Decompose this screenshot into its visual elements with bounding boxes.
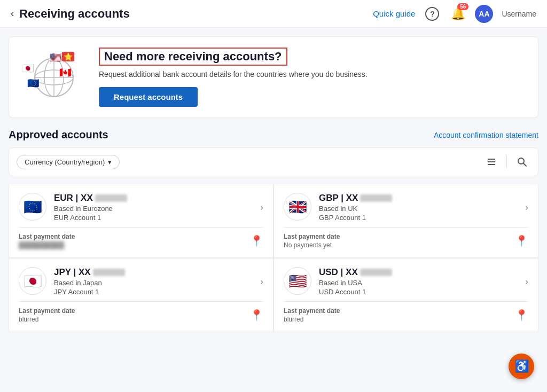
account-top: 🇬🇧 GBP | XX Based in UK GBP Account 1 › [284, 193, 528, 222]
help-button[interactable]: ? [424, 5, 441, 22]
back-button[interactable]: ‹ [11, 8, 14, 19]
flag-jp: 🇯🇵 [22, 62, 34, 74]
notification-badge: 56 [457, 3, 468, 10]
no-payment: blurred [284, 316, 340, 323]
account-region: Based in UK [319, 205, 518, 213]
account-info: USD | XX Based in USA USD Account 1 [319, 267, 518, 296]
banner-heading: Need more receiving accounts? [99, 48, 287, 66]
accessibility-fab[interactable]: ♿ [509, 354, 534, 379]
list-view-button[interactable] [483, 153, 500, 170]
account-blurred-code [95, 194, 127, 202]
header-left: ‹ Receiving accounts [11, 7, 130, 21]
payment-date: ██████████ [19, 241, 75, 249]
banner-content: Need more receiving accounts? Request ad… [99, 48, 368, 107]
account-region: Based in Eurozone [54, 205, 253, 213]
header: ‹ Receiving accounts Quick guide ? 🔔 56 … [0, 0, 547, 28]
payment-details: Last payment date No payments yet [284, 233, 340, 249]
payment-label: Last payment date [19, 307, 75, 315]
account-top: 🇪🇺 EUR | XX Based in Eurozone EUR Accoun… [19, 193, 263, 222]
avatar[interactable]: AA [475, 5, 493, 23]
payment-details: Last payment date blurred [284, 307, 340, 323]
svg-line-9 [523, 163, 527, 167]
account-currency-code: GBP | XX [319, 193, 358, 203]
location-icon: 📍 [515, 234, 528, 247]
flag-ca: 🇨🇦 [59, 67, 71, 79]
avatar-name: Username [502, 10, 536, 18]
filter-bar: Currency (Country/region) ▾ [9, 147, 538, 176]
no-payment: No payments yet [284, 241, 340, 249]
account-blurred-code [360, 194, 392, 202]
flag-circle: 🇯🇵 [19, 267, 46, 295]
chevron-right-icon: › [525, 276, 528, 287]
help-icon: ? [425, 7, 439, 21]
approved-accounts-section: Approved accounts Account confirmation s… [9, 129, 538, 332]
payment-info: Last payment date No payments yet 📍 [284, 227, 528, 249]
account-info: GBP | XX Based in UK GBP Account 1 [319, 193, 518, 222]
account-blurred-code [93, 269, 125, 276]
account-top: 🇺🇸 USD | XX Based in USA USD Account 1 › [284, 267, 528, 296]
location-icon: 📍 [250, 234, 263, 247]
account-blurred-code [360, 269, 392, 276]
payment-info: Last payment date ██████████ 📍 [19, 227, 263, 249]
chevron-right-icon: › [260, 202, 263, 213]
account-label: JPY Account 1 [54, 288, 253, 296]
account-card[interactable]: 🇺🇸 USD | XX Based in USA USD Account 1 ›… [274, 258, 538, 332]
account-card[interactable]: 🇬🇧 GBP | XX Based in UK GBP Account 1 › … [274, 184, 538, 258]
flag-us: 🇺🇸 [50, 52, 61, 64]
payment-details: Last payment date blurred [19, 307, 75, 323]
account-label: USD Account 1 [319, 288, 518, 296]
account-code-row: EUR | XX [54, 193, 253, 203]
chevron-down-icon: ▾ [108, 158, 112, 166]
location-icon: 📍 [250, 309, 263, 322]
statement-link[interactable]: Account confirmation statement [434, 131, 538, 139]
filter-icons [483, 153, 530, 170]
account-label: EUR Account 1 [54, 214, 253, 222]
payment-label: Last payment date [284, 233, 340, 240]
approved-header: Approved accounts Account confirmation s… [9, 129, 538, 141]
account-card[interactable]: 🇯🇵 JPY | XX Based in Japan JPY Account 1… [9, 258, 274, 332]
account-region: Based in Japan [54, 279, 253, 287]
chevron-right-icon: › [260, 276, 263, 287]
request-accounts-button[interactable]: Request accounts [99, 87, 198, 107]
account-currency-code: JPY | XX [54, 267, 91, 278]
notifications-button[interactable]: 🔔 56 [449, 5, 466, 22]
accounts-grid: 🇪🇺 EUR | XX Based in Eurozone EUR Accoun… [9, 184, 538, 332]
search-button[interactable] [513, 153, 530, 170]
filter-divider [506, 155, 507, 168]
account-code-row: JPY | XX [54, 267, 253, 278]
location-icon: 📍 [515, 309, 528, 322]
no-payment: blurred [19, 316, 75, 323]
search-icon [517, 156, 527, 167]
flag-circle: 🇪🇺 [19, 193, 46, 221]
banner-illustration: 🇺🇸 🇯🇵 🇪🇺 🇨🇦 ⭐ [22, 51, 86, 104]
header-right: Quick guide ? 🔔 56 AA Username [373, 5, 536, 23]
payment-label: Last payment date [19, 233, 75, 240]
account-currency-code: USD | XX [319, 267, 358, 278]
account-currency-code: EUR | XX [54, 193, 93, 203]
account-region: Based in USA [319, 279, 518, 287]
payment-label: Last payment date [284, 307, 340, 315]
page-title: Receiving accounts [19, 7, 130, 21]
list-icon [486, 156, 497, 167]
currency-filter-dropdown[interactable]: Currency (Country/region) ▾ [17, 155, 120, 169]
quick-guide-link[interactable]: Quick guide [373, 9, 415, 18]
chevron-right-icon: › [525, 202, 528, 213]
account-info: EUR | XX Based in Eurozone EUR Account 1 [54, 193, 253, 222]
account-top: 🇯🇵 JPY | XX Based in Japan JPY Account 1… [19, 267, 263, 296]
payment-info: Last payment date blurred 📍 [284, 301, 528, 323]
account-info: JPY | XX Based in Japan JPY Account 1 [54, 267, 253, 296]
account-card[interactable]: 🇪🇺 EUR | XX Based in Eurozone EUR Accoun… [9, 184, 274, 258]
account-code-row: USD | XX [319, 267, 518, 278]
filter-label: Currency (Country/region) [25, 158, 105, 166]
payment-details: Last payment date ██████████ [19, 233, 75, 249]
approved-accounts-title: Approved accounts [9, 129, 108, 141]
banner-description: Request additional bank account details … [99, 70, 368, 79]
account-label: GBP Account 1 [319, 214, 518, 222]
flag-circle: 🇺🇸 [284, 267, 311, 295]
flag-circle: 🇬🇧 [284, 193, 311, 221]
flag-eu: 🇪🇺 [27, 77, 39, 89]
promo-banner: 🇺🇸 🇯🇵 🇪🇺 🇨🇦 ⭐ Need more receiving accoun… [9, 36, 538, 118]
flag-star: ⭐ [62, 52, 74, 61]
payment-info: Last payment date blurred 📍 [19, 301, 263, 323]
account-code-row: GBP | XX [319, 193, 518, 203]
